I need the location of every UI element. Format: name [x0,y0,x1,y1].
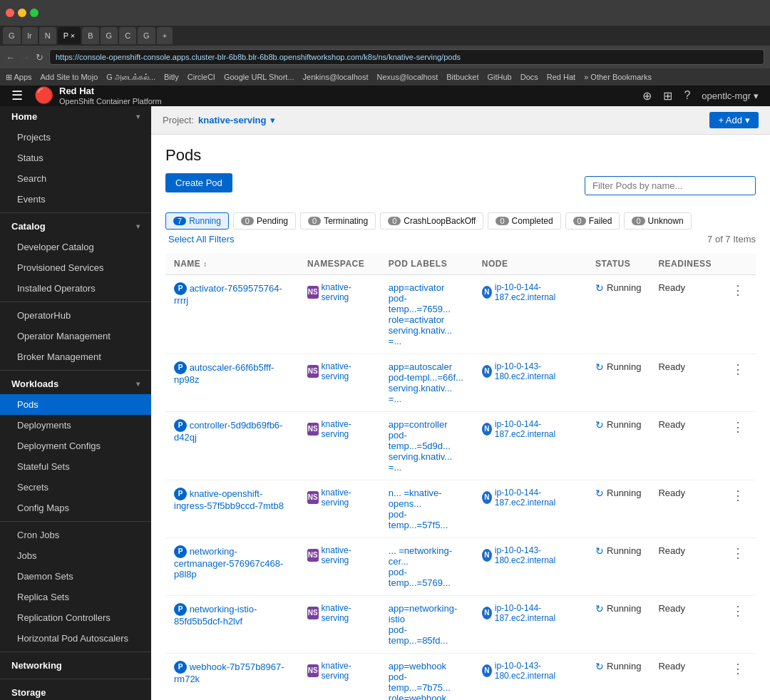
pod-name-link[interactable]: knative-openshift-ingress-57f5bb9ccd-7mt… [174,488,284,511]
sidebar-item-jobs[interactable]: Jobs [0,545,151,566]
pod-name-link[interactable]: controller-5d9db69fb6-d42qj [174,419,282,443]
pod-name-link[interactable]: activator-7659575764-rrrrj [174,282,282,306]
select-all-filters[interactable]: Select All Filters [168,234,234,245]
pod-name-link[interactable]: networking-certmanager-576967c468-p8l8p [174,545,283,580]
sidebar-item-search[interactable]: Search [0,168,151,189]
pod-label[interactable]: app=controller [389,419,465,430]
node-link[interactable]: ip-10-0-144-187.ec2.internal [495,603,578,623]
pod-name-link[interactable]: autoscaler-66f6b5fff-np98z [174,361,274,385]
add-button[interactable]: + Add ▾ [709,112,759,128]
pod-label[interactable]: pod-temp...=5d9d... [389,430,465,451]
pod-label[interactable]: ... =networking-cer... [389,545,465,567]
pod-label[interactable]: n... =knative-opens... [389,488,465,509]
sidebar-item-deployments[interactable]: Deployments [0,415,151,436]
sidebar-catalog[interactable]: Catalog ▾ [0,216,151,237]
pod-label[interactable]: serving.knativ... =... [389,325,465,346]
col-name[interactable]: NAME ↕ [165,253,299,275]
bookmark-docs[interactable]: Docs [520,73,538,81]
pod-label[interactable]: pod-temp...=57f5... [389,509,465,530]
row-actions-button[interactable]: ⋮ [729,283,747,297]
minimize-button[interactable] [18,9,26,17]
node-link[interactable]: ip-10-0-144-187.ec2.internal [495,419,578,439]
sidebar-home[interactable]: Home ▾ [0,106,151,127]
bookmark-other[interactable]: » Other Bookmarks [584,73,652,81]
grid-icon[interactable]: ⊞ [663,89,672,103]
sidebar-item-config-maps[interactable]: Config Maps [0,498,151,518]
tab-p[interactable]: P × [58,27,81,44]
sidebar-item-daemon-sets[interactable]: Daemon Sets [0,566,151,587]
bookmark-bitbucket[interactable]: Bitbucket [446,73,478,81]
filter-pods-input[interactable] [585,176,756,195]
sidebar-item-deployment-configs[interactable]: Deployment Configs [0,436,151,456]
bookmark-nexus[interactable]: Nexus@localhost [376,73,438,81]
tab-b[interactable]: B [82,27,98,44]
namespace-link[interactable]: knative-serving [322,603,371,623]
sidebar-item-developer-catalog[interactable]: Developer Catalog [0,237,151,257]
node-link[interactable]: ip-10-0-144-187.ec2.internal [495,488,578,508]
pod-name-link[interactable]: webhook-7b757b8967-rm72k [174,661,284,684]
project-name[interactable]: knative-serving [198,115,266,125]
node-link[interactable]: ip-10-0-143-180.ec2.internal [495,545,578,565]
sidebar-item-pods[interactable]: Pods [0,394,151,415]
namespace-link[interactable]: knative-serving [322,419,371,439]
sidebar-item-provisioned-services[interactable]: Provisioned Services [0,257,151,278]
filter-running[interactable]: 7 Running [165,212,229,230]
tab-n[interactable]: N [39,27,56,44]
pod-label[interactable]: app=activator [389,282,465,293]
bookmark-mojo[interactable]: Add Site to Mojo [41,73,98,81]
sidebar-item-stateful-sets[interactable]: Stateful Sets [0,456,151,477]
sidebar-item-operator-management[interactable]: Operator Management [0,326,151,346]
sidebar-item-installed-operators[interactable]: Installed Operators [0,278,151,299]
row-actions-button[interactable]: ⋮ [729,488,747,503]
tab-g2[interactable]: G [101,27,118,44]
pod-label[interactable]: pod-temp...=7659... [389,293,465,314]
filter-completed[interactable]: 0 Completed [488,212,560,230]
sidebar-item-replication-controllers[interactable]: Replication Controllers [0,607,151,628]
bookmark-github[interactable]: GitHub [487,73,511,81]
sidebar-workloads[interactable]: Workloads ▾ [0,374,151,394]
node-link[interactable]: ip-10-0-143-180.ec2.internal [495,661,578,681]
create-pod-button[interactable]: Create Pod [165,173,232,192]
project-selector[interactable]: Project: knative-serving ▾ [163,115,275,125]
bookmark-bitly[interactable]: Bitly [164,73,179,81]
plus-icon[interactable]: ⊕ [642,89,652,103]
sidebar-networking[interactable]: Networking [0,655,151,676]
node-link[interactable]: ip-10-0-144-187.ec2.internal [495,282,578,302]
filter-unknown[interactable]: 0 Unknown [624,212,691,230]
namespace-link[interactable]: knative-serving [322,545,371,565]
hamburger-icon[interactable]: ☰ [11,88,23,103]
namespace-link[interactable]: knative-serving [322,361,371,381]
pod-label[interactable]: app=networking-istio [389,603,465,624]
pod-label[interactable]: app=webhook [389,661,465,671]
row-actions-button[interactable]: ⋮ [729,420,747,434]
bookmark-circleci[interactable]: CircleCI [188,73,215,81]
filter-pending[interactable]: 0 Pending [233,212,296,230]
bookmark-jenkins[interactable]: Jenkins@localhost [303,73,369,81]
tab-lr[interactable]: lr [22,27,38,44]
pod-label[interactable]: role=webhook [389,693,465,700]
new-tab-button[interactable]: + [157,27,173,44]
forward-button[interactable]: → [21,52,30,63]
close-button[interactable] [6,9,14,17]
filter-terminating[interactable]: 0 Terminating [300,212,376,230]
row-actions-button[interactable]: ⋮ [729,662,747,676]
row-actions-button[interactable]: ⋮ [729,604,747,618]
sidebar-item-operatorhub[interactable]: OperatorHub [0,305,151,326]
namespace-link[interactable]: knative-serving [322,488,371,508]
pod-name-link[interactable]: networking-istio-85fd5b5dcf-h2lvf [174,603,257,627]
tab-c[interactable]: C [119,27,136,44]
sidebar-item-events[interactable]: Events [0,189,151,210]
sidebar-item-broker-management[interactable]: Broker Management [0,346,151,367]
pod-label[interactable]: serving.knativ... =... [389,451,465,473]
pod-label[interactable]: role=activator [389,314,465,325]
pod-label[interactable]: pod-temp...=5769... [389,567,465,588]
row-actions-button[interactable]: ⋮ [729,546,747,560]
sidebar-item-cron-jobs[interactable]: Cron Jobs [0,525,151,545]
tab-g3[interactable]: G [138,27,155,44]
help-icon[interactable]: ? [684,89,690,102]
sidebar-item-secrets[interactable]: Secrets [0,477,151,498]
bookmark-redhat[interactable]: Red Hat [547,73,575,81]
url-input[interactable] [49,49,764,65]
bookmark-tamil[interactable]: G அடைக்கல்... [106,73,155,82]
filter-failed[interactable]: 0 Failed [565,212,620,230]
